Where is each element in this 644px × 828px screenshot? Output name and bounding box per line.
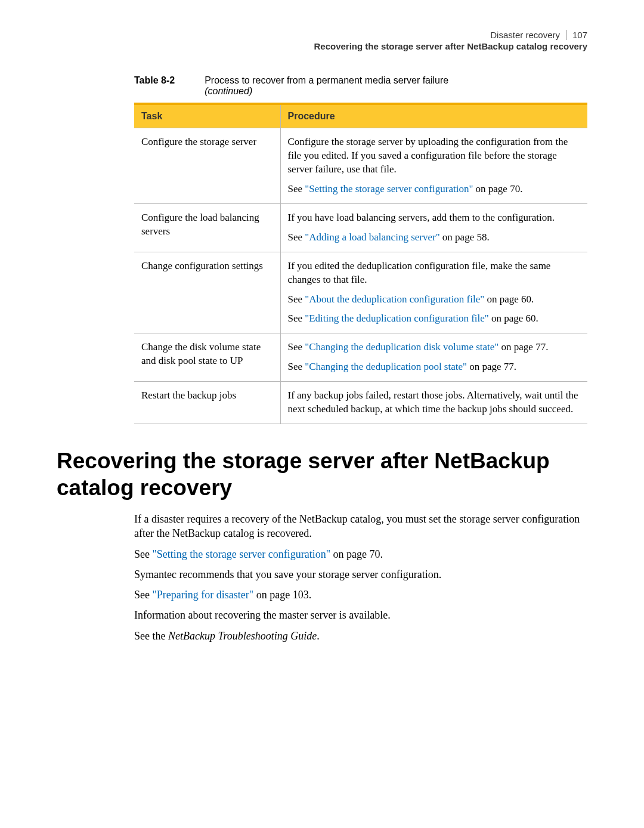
header-section: Recovering the storage server after NetB… xyxy=(57,41,587,51)
book-title: NetBackup Troubleshooting Guide xyxy=(168,630,317,642)
procedure-xref: See "Editing the deduplication configura… xyxy=(288,312,581,326)
col-header-task: Task xyxy=(134,104,280,128)
table-row: Change the disk volume state and disk po… xyxy=(134,333,587,382)
col-header-procedure: Procedure xyxy=(280,104,587,128)
table-caption-title: Process to recover from a permanent medi… xyxy=(205,75,448,97)
procedure-xref: See "Setting the storage server configur… xyxy=(288,183,581,196)
procedure-xref: See "Changing the deduplication pool sta… xyxy=(288,360,581,374)
xref-link[interactable]: "Adding a load balancing server" xyxy=(305,231,439,243)
body-xref: See "Setting the storage server configur… xyxy=(134,547,587,561)
procedure-text: If any backup jobs failed, restart those… xyxy=(288,389,581,416)
procedure-table: Task Procedure Configure the storage ser… xyxy=(134,103,587,424)
procedure-cell: If any backup jobs failed, restart those… xyxy=(280,382,587,424)
task-cell: Change the disk volume state and disk po… xyxy=(134,333,280,382)
table-row: Configure the load balancing servers If … xyxy=(134,203,587,252)
page-header: Disaster recovery 107 Recovering the sto… xyxy=(57,30,587,51)
xref-link[interactable]: "Preparing for disaster" xyxy=(153,589,254,601)
task-cell: Change configuration settings xyxy=(134,252,280,333)
xref-link[interactable]: "Setting the storage server configuratio… xyxy=(153,548,331,560)
xref-link[interactable]: "About the deduplication configuration f… xyxy=(305,293,484,305)
task-cell: Configure the storage server xyxy=(134,128,280,204)
task-cell: Restart the backup jobs xyxy=(134,382,280,424)
table-caption-continued: (continued) xyxy=(205,86,252,96)
procedure-cell: If you have load balancing servers, add … xyxy=(280,203,587,252)
procedure-text: If you have load balancing servers, add … xyxy=(288,211,581,225)
procedure-cell: Configure the storage server by uploadin… xyxy=(280,128,587,204)
procedure-xref: See "Changing the deduplication disk vol… xyxy=(288,341,581,354)
table-row: Change configuration settings If you edi… xyxy=(134,252,587,333)
body-xref: See "Preparing for disaster" on page 103… xyxy=(134,588,587,602)
header-top-line: Disaster recovery 107 xyxy=(57,30,587,40)
body-paragraph: Information about recovering the master … xyxy=(134,608,587,622)
procedure-text: If you edited the deduplication configur… xyxy=(288,259,581,287)
body-paragraph: If a disaster requires a recovery of the… xyxy=(134,512,587,541)
table-caption-text: Process to recover from a permanent medi… xyxy=(205,75,448,85)
task-cell: Configure the load balancing servers xyxy=(134,203,280,252)
table-row: Configure the storage server Configure t… xyxy=(134,128,587,204)
xref-link[interactable]: "Changing the deduplication pool state" xyxy=(305,361,467,372)
table-caption: Table 8-2 Process to recover from a perm… xyxy=(134,75,587,97)
header-chapter: Disaster recovery xyxy=(490,30,566,40)
table-row: Restart the backup jobs If any backup jo… xyxy=(134,382,587,424)
header-page-number: 107 xyxy=(572,30,587,40)
procedure-cell: If you edited the deduplication configur… xyxy=(280,252,587,333)
table-caption-number: Table 8-2 xyxy=(134,75,175,86)
xref-link[interactable]: "Setting the storage server configuratio… xyxy=(305,183,473,194)
procedure-cell: See "Changing the deduplication disk vol… xyxy=(280,333,587,382)
procedure-xref: See "About the deduplication configurati… xyxy=(288,293,581,307)
procedure-xref: See "Adding a load balancing server" on … xyxy=(288,231,581,245)
page: Disaster recovery 107 Recovering the sto… xyxy=(0,0,644,679)
procedure-text: Configure the storage server by uploadin… xyxy=(288,135,581,177)
body-paragraph: Symantec recommends that you save your s… xyxy=(134,567,587,582)
section-heading: Recovering the storage server after NetB… xyxy=(57,448,587,501)
body-content: If a disaster requires a recovery of the… xyxy=(134,512,587,643)
body-paragraph: See the NetBackup Troubleshooting Guide. xyxy=(134,629,587,643)
xref-link[interactable]: "Changing the deduplication disk volume … xyxy=(305,341,499,353)
xref-link[interactable]: "Editing the deduplication configuration… xyxy=(305,313,488,324)
